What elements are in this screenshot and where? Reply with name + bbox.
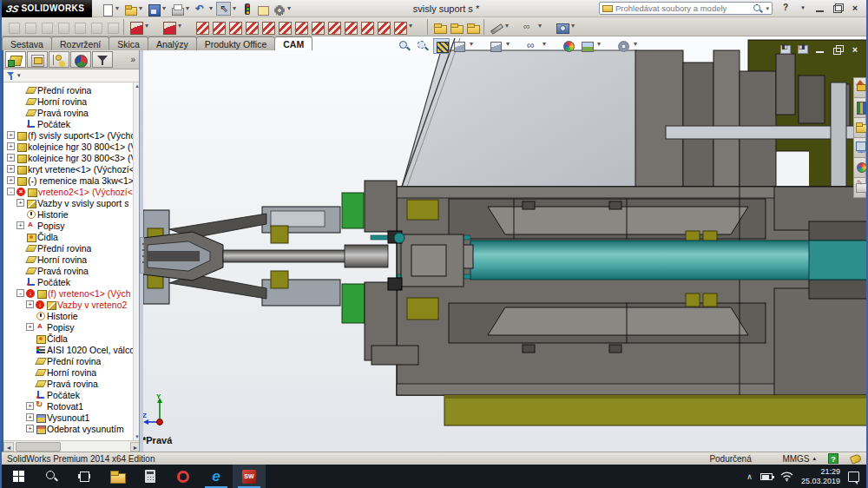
expand-toggle[interactable]	[16, 109, 24, 116]
expand-toggle[interactable]	[16, 97, 24, 105]
doc-minimize-button[interactable]	[814, 44, 826, 55]
help-dropdown-icon[interactable]: ▾	[795, 2, 811, 15]
dd-icon[interactable]	[470, 38, 486, 54]
expand-toggle[interactable]: +	[7, 142, 15, 150]
cam-part-icon[interactable]	[161, 19, 176, 35]
search-box[interactable]: ▾	[599, 2, 773, 15]
print-icon[interactable]	[169, 2, 184, 16]
tree-horizontal-scrollbar[interactable]: ◄ ►	[3, 440, 141, 452]
quick-tips-icon[interactable]: ?	[828, 453, 838, 464]
expand-toggle[interactable]	[26, 391, 34, 399]
cam-op-5-icon[interactable]	[260, 19, 275, 35]
tree-item-vazby-vreteno2[interactable]: + ↓ Vazby v vreteno2	[3, 299, 141, 310]
expand-toggle[interactable]: +	[7, 165, 15, 173]
hidden-icons-chevron[interactable]: ∧	[746, 472, 753, 481]
display-style-icon[interactable]	[451, 38, 468, 54]
dd-icon[interactable]	[634, 38, 650, 54]
tree-item-odebrat-vysunutim[interactable]: + Odebrat vysunutím	[3, 423, 141, 434]
pane-left-icon[interactable]	[779, 44, 792, 55]
dimxpert-icon[interactable]	[521, 19, 536, 35]
expand-toggle[interactable]: +	[26, 402, 34, 410]
expand-toggle[interactable]: -	[16, 289, 24, 297]
home-icon[interactable]	[853, 77, 866, 98]
view-palette-icon[interactable]	[853, 137, 866, 158]
zoom-area-icon[interactable]	[415, 38, 431, 54]
tree-item-predni-rovina-2[interactable]: Přední rovina	[3, 242, 141, 254]
dd-icon[interactable]	[185, 2, 192, 16]
folder-db-icon[interactable]	[464, 19, 480, 35]
help-button[interactable]: ?	[778, 2, 793, 15]
tree-item-kolejnice-3[interactable]: + kolejnice hgr 30 800<3> (Vy	[3, 152, 141, 163]
expand-toggle[interactable]: +	[7, 131, 15, 139]
tab-cam[interactable]: CAM	[274, 36, 312, 50]
dd-icon[interactable]	[161, 2, 168, 16]
tree-item-horni-rovina-2[interactable]: Horní rovina	[3, 254, 141, 265]
cam-op-12-icon[interactable]	[375, 19, 391, 35]
tree-item-horni-rovina[interactable]: Horní rovina	[3, 96, 141, 107]
expand-toggle[interactable]: +	[7, 176, 15, 184]
cam-op-10-icon[interactable]	[342, 19, 358, 35]
new-icon[interactable]	[99, 2, 114, 16]
dd-icon[interactable]	[504, 19, 520, 35]
dd-icon[interactable]	[115, 2, 122, 16]
tree-item-cidla-2[interactable]: Čidla	[3, 333, 141, 344]
restore-button[interactable]	[830, 2, 845, 15]
cam-op-1-icon[interactable]	[194, 19, 209, 35]
expand-toggle[interactable]: -	[7, 188, 15, 195]
clock[interactable]: 21:29 25.03.2019	[801, 467, 840, 485]
tree-item-popisy-1[interactable]: + Popisy	[3, 220, 141, 231]
dd-icon[interactable]	[232, 2, 239, 16]
doc-restore-button[interactable]	[832, 44, 844, 55]
dd-icon[interactable]	[177, 19, 193, 35]
cam-op-7-icon[interactable]	[293, 19, 308, 35]
inactive-4-icon[interactable]	[55, 19, 70, 35]
view-settings-icon[interactable]	[615, 38, 632, 54]
task-view-button[interactable]	[68, 465, 101, 488]
folder-closed-icon[interactable]	[448, 19, 464, 35]
search-icon[interactable]	[753, 3, 763, 14]
measure-icon[interactable]	[488, 19, 503, 35]
expand-toggle[interactable]	[26, 312, 34, 320]
tab-rozvrzeni[interactable]: Rozvržení	[51, 36, 109, 50]
splitter-grip[interactable]	[140, 237, 144, 274]
cam-op-3-icon[interactable]	[227, 19, 242, 35]
graphics-viewport[interactable]: × Y Z *Pravá	[141, 36, 866, 452]
dd-icon[interactable]	[408, 19, 424, 35]
wifi-icon[interactable]	[780, 472, 793, 482]
expand-toggle[interactable]	[16, 244, 24, 252]
expand-toggle[interactable]	[16, 86, 24, 94]
expand-toggle[interactable]	[26, 357, 34, 365]
edge-button[interactable]: e	[200, 465, 233, 488]
edit-appearance-icon[interactable]	[561, 38, 577, 54]
cam-new-mill-icon[interactable]	[128, 19, 143, 35]
panel-more-button[interactable]: »	[130, 55, 139, 64]
cam-op-8-icon[interactable]	[309, 19, 325, 35]
open-icon[interactable]	[122, 2, 137, 16]
options-icon[interactable]	[271, 2, 286, 16]
opera-button[interactable]	[167, 465, 200, 488]
expand-toggle[interactable]	[16, 267, 24, 274]
select-icon[interactable]	[216, 2, 231, 16]
tree-item-historie-2[interactable]: Historie	[3, 310, 141, 321]
tree-item-vysunout1[interactable]: + Vysunout1	[3, 412, 141, 423]
dd-icon[interactable]	[542, 38, 559, 54]
save-icon[interactable]	[146, 2, 161, 16]
expand-toggle[interactable]	[16, 255, 24, 263]
dd-icon[interactable]	[144, 19, 160, 35]
scrollbar-thumb[interactable]	[16, 442, 61, 452]
file-explorer-icon[interactable]	[853, 117, 866, 138]
expand-toggle[interactable]: +	[16, 221, 24, 229]
property-manager-tab[interactable]	[27, 51, 48, 68]
inactive-7-icon[interactable]	[104, 19, 120, 35]
dd-icon[interactable]	[537, 19, 553, 35]
tree-item-svisly-suport[interactable]: + (f) svisly suport<1> (Výcho	[3, 129, 141, 141]
view-orientation-icon[interactable]	[488, 38, 504, 54]
expand-toggle[interactable]	[26, 346, 34, 353]
solidworks-taskbar-button[interactable]: SW	[233, 465, 266, 488]
section-view-icon[interactable]	[433, 38, 450, 54]
tree-item-horni-rovina-3[interactable]: Horní rovina	[3, 366, 141, 378]
custom-properties-icon[interactable]	[853, 177, 866, 198]
tree-item-pocatek-2[interactable]: Počátek	[3, 276, 141, 287]
tree-item-kolejnice-1[interactable]: + kolejnice hgr 30 800<1> (Vy	[3, 141, 141, 152]
tree-item-predni-rovina-3[interactable]: Přední rovina	[3, 355, 141, 366]
